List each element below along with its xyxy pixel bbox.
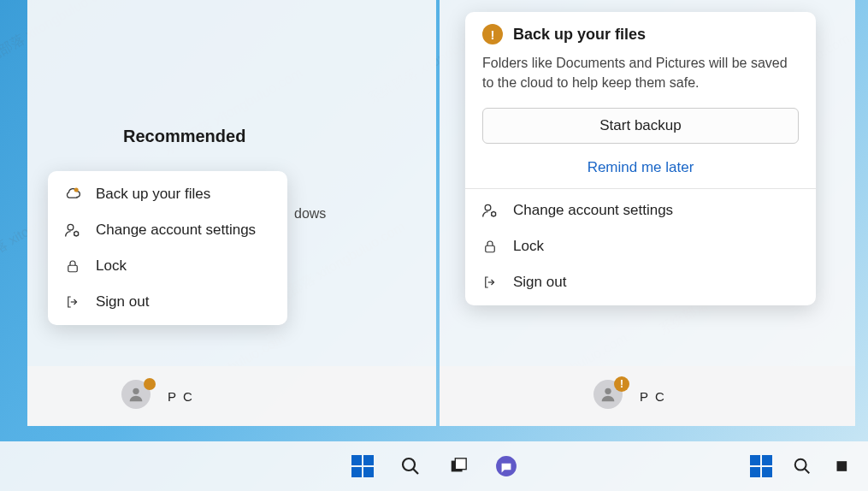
svg-point-9 (403, 458, 415, 470)
svg-rect-14 (837, 461, 847, 471)
notification-badge (144, 378, 156, 390)
backup-title: Back up your files (513, 26, 646, 44)
menu-item-label: Sign out (513, 274, 566, 291)
search-button[interactable] (398, 453, 423, 479)
svg-point-13 (795, 459, 806, 470)
chat-icon (495, 455, 517, 477)
search-icon (793, 457, 812, 476)
user-menu: Back up your files Change account settin… (48, 171, 287, 325)
start-button-secondary[interactable] (748, 453, 774, 479)
avatar: ! (593, 380, 626, 412)
menu-item-label: Lock (513, 238, 544, 255)
svg-rect-11 (455, 458, 466, 470)
start-button[interactable] (350, 453, 375, 479)
menu-item-label: Back up your files (96, 186, 210, 203)
avatar (121, 380, 154, 412)
lock-item[interactable]: Lock (465, 228, 816, 264)
menu-item-label: Change account settings (513, 202, 673, 219)
chat-button[interactable] (493, 453, 519, 479)
svg-point-4 (133, 388, 139, 394)
svg-point-2 (74, 232, 79, 236)
account-settings-item[interactable]: Change account settings (48, 212, 287, 248)
taskbar (0, 441, 868, 491)
menu-item-label: Change account settings (96, 222, 256, 239)
lock-item[interactable]: Lock (48, 248, 287, 284)
alert-icon: ! (482, 24, 503, 44)
sign-out-icon (481, 273, 499, 292)
svg-rect-3 (68, 265, 78, 272)
menu-item-label: Lock (96, 257, 127, 275)
partial-text: dows (294, 206, 326, 222)
account-settings-item[interactable]: Change account settings (465, 192, 816, 228)
task-view-icon (835, 458, 852, 475)
start-backup-button[interactable]: Start backup (482, 108, 799, 144)
recommended-heading: Recommended (123, 127, 245, 146)
task-view-button[interactable] (446, 453, 471, 479)
sign-out-item[interactable]: Sign out (465, 264, 816, 300)
sign-out-icon (63, 293, 82, 311)
search-button-secondary[interactable] (789, 453, 815, 479)
windows-logo-icon (750, 455, 772, 477)
svg-point-0 (74, 188, 79, 192)
user-gear-icon (481, 201, 499, 220)
backup-description: Folders like Documents and Pictures will… (465, 50, 816, 104)
svg-point-1 (68, 224, 74, 230)
lock-icon (481, 237, 499, 256)
svg-rect-7 (486, 246, 495, 253)
user-name: P C (168, 389, 194, 404)
svg-point-8 (605, 388, 611, 394)
user-gear-icon (63, 221, 82, 240)
lock-icon (63, 257, 82, 275)
svg-point-5 (485, 205, 491, 211)
menu-item-label: Sign out (96, 293, 149, 311)
search-icon (400, 456, 421, 476)
user-footer[interactable]: P C (27, 366, 436, 426)
user-name: P C (640, 389, 666, 404)
task-view-icon (449, 457, 468, 476)
remind-later-link[interactable]: Remind me later (465, 151, 816, 188)
alert-badge: ! (614, 376, 629, 392)
sign-out-item[interactable]: Sign out (48, 284, 287, 320)
windows-logo-icon (351, 455, 374, 477)
start-menu-right: ! Back up your files Folders like Docume… (440, 0, 855, 426)
backup-header: ! Back up your files (465, 24, 816, 50)
user-footer[interactable]: ! P C (440, 366, 855, 426)
divider (465, 188, 816, 189)
cloud-icon (63, 185, 82, 204)
start-menu-left: Recommended dows Back up your files Chan… (27, 0, 436, 426)
taskbar-right (748, 441, 861, 491)
backup-files-item[interactable]: Back up your files (48, 176, 287, 212)
task-view-button-secondary[interactable] (830, 453, 856, 479)
user-menu-expanded: ! Back up your files Folders like Docume… (465, 12, 816, 305)
svg-point-6 (492, 212, 496, 216)
